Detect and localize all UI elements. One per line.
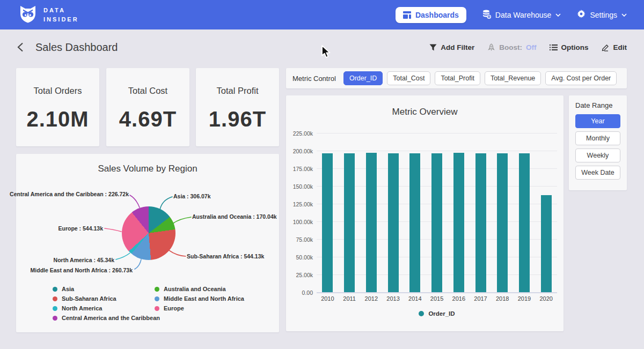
pie-label-central-america: Central America and the Caribbean : 226.… [10,191,129,197]
page-title: Sales Dashboard [35,41,118,54]
metric-button-order-id[interactable]: Order_ID [343,71,383,85]
pie-chart[interactable] [122,206,175,260]
gear-icon [577,10,586,20]
nav-dashboards-button[interactable]: Dashboards [396,7,466,23]
filter-icon [429,44,437,51]
options-list-icon [550,44,558,51]
chevron-down-icon [555,13,561,17]
top-navbar: DATA INSIDER Dashboards Data Warehouse [0,0,644,29]
bar[interactable] [453,153,464,292]
boost-label: Boost: [499,43,522,51]
kpi-card-total-profit: Total Profit 1.96T [196,68,279,146]
edit-label: Edit [613,43,627,51]
kpi-label: Total Profit [217,86,259,96]
bar[interactable] [475,153,486,292]
legend-dot [155,306,159,311]
legend-dot [155,296,159,301]
pie-label-north-america: North America : 45.34k [54,257,114,263]
metric-button-total-cost[interactable]: Total_Cost [387,71,430,85]
nav-dashboards-label: Dashboards [415,11,459,19]
metric-control-label: Metric Control [292,75,336,83]
bar[interactable] [388,153,399,292]
kpi-card-total-cost: Total Cost 4.69T [106,68,189,146]
pie-chart-title: Sales Volume by Region [16,164,279,174]
bar[interactable] [409,153,420,292]
rocket-icon [487,43,495,51]
legend-item[interactable]: Asia [53,286,160,292]
metric-overview-chart-card: Metric Overview 0.0025.00k50.00k75.00k10… [286,95,564,331]
metric-control-bar: Metric Control Order_ID Total_Cost Total… [286,68,627,88]
legend-dot [53,306,57,311]
bar[interactable] [344,153,355,292]
metric-button-total-revenue[interactable]: Total_Revenue [485,71,541,85]
date-range-button-weekly[interactable]: Weekly [575,148,620,162]
back-button[interactable] [17,42,24,52]
legend-dot [53,296,57,301]
bar[interactable] [519,153,530,292]
database-icon [482,10,491,20]
add-filter-label: Add Filter [441,43,474,51]
legend-item[interactable]: Middle East and North Africa [155,295,244,302]
nav-data-warehouse-menu[interactable]: Data Warehouse [482,10,561,20]
chevron-down-icon [621,13,627,17]
add-filter-button[interactable]: Add Filter [429,43,474,51]
legend-label: Order_ID [428,310,455,317]
bar[interactable] [497,153,508,292]
brand-logo[interactable]: DATA INSIDER [18,4,79,26]
options-button[interactable]: Options [550,43,589,51]
pencil-icon [602,43,610,51]
kpi-card-total-orders: Total Orders 2.10M [16,68,99,146]
nav-settings-label: Settings [590,11,617,19]
kpi-value: 1.96T [209,107,266,131]
sales-volume-pie-card: Sales Volume by Region Central America a… [16,154,279,332]
boost-toggle[interactable]: Boost: Off [487,43,536,51]
metric-button-avg-cost[interactable]: Avg. Cost per Order [545,71,617,85]
pie-legend-column-1: Asia Sub-Saharan Africa North America Ce… [53,286,160,321]
nav-data-warehouse-label: Data Warehouse [495,11,552,19]
bar-series[interactable] [317,133,557,292]
nav-settings-menu[interactable]: Settings [577,10,627,20]
kpi-label: Total Orders [34,86,82,96]
date-range-label: Date Range [575,101,620,109]
metric-button-total-profit[interactable]: Total_Profit [435,71,480,85]
pie-label-mena: Middle East and North Africa : 260.73k [31,267,133,273]
legend-item[interactable]: Europe [155,305,244,311]
pie-legend-column-2: Australia and Oceania Middle East and No… [155,286,244,311]
date-range-button-week-date[interactable]: Week Date [575,166,620,180]
bar[interactable] [541,195,552,292]
legend-dot [53,316,57,321]
mouse-cursor [320,45,332,61]
pie-label-europe: Europe : 544.13k [58,225,103,232]
chart-title: Metric Overview [286,107,564,117]
chart-x-axis: 2010201120122013201420152016201720182019… [317,295,557,302]
legend-item[interactable]: North America [53,305,160,311]
legend-item[interactable]: Sub-Saharan Africa [53,295,160,302]
date-range-button-monthly[interactable]: Monthly [575,131,620,145]
options-label: Options [561,43,589,51]
pie-label-sub-saharan: Sub-Saharan Africa : 544.13k [187,253,264,259]
bar[interactable] [366,153,377,292]
pie-label-australia: Australia and Oceania : 170.04k [192,213,277,220]
kpi-value: 4.69T [119,107,177,131]
legend-dot [155,287,159,292]
brand-name: DATA INSIDER [43,6,79,24]
pie-label-asia: Asia : 306.07k [173,193,210,199]
boost-value: Off [526,43,537,51]
bar[interactable] [322,153,333,292]
owl-logo-icon [18,4,38,26]
date-range-panel: Date Range Year Monthly Weekly Week Date [569,95,627,190]
legend-dot [419,311,424,316]
chart-legend[interactable]: Order_ID [317,310,557,317]
kpi-label: Total Cost [128,86,167,96]
bar[interactable] [431,153,442,292]
legend-item[interactable]: Central America and the Caribbean [53,315,160,321]
legend-dot [53,287,57,292]
kpi-value: 2.10M [26,107,89,131]
dashboards-grid-icon [403,11,411,19]
edit-button[interactable]: Edit [602,43,627,51]
legend-item[interactable]: Australia and Oceania [155,286,244,292]
date-range-button-year[interactable]: Year [575,114,620,128]
